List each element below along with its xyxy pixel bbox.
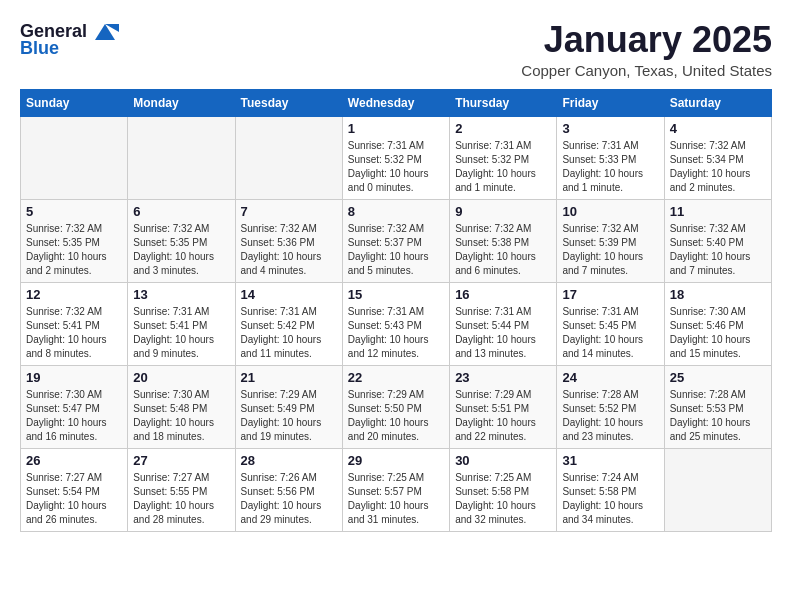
logo-icon: [91, 20, 119, 42]
weekday-header-row: Sunday Monday Tuesday Wednesday Thursday…: [21, 89, 772, 116]
day-info: Sunrise: 7:31 AM Sunset: 5:32 PM Dayligh…: [348, 139, 444, 195]
day-number: 5: [26, 204, 122, 219]
day-info: Sunrise: 7:29 AM Sunset: 5:50 PM Dayligh…: [348, 388, 444, 444]
calendar-cell: 31Sunrise: 7:24 AM Sunset: 5:58 PM Dayli…: [557, 448, 664, 531]
page-header: General Blue January 2025 Copper Canyon,…: [20, 20, 772, 79]
calendar-table: Sunday Monday Tuesday Wednesday Thursday…: [20, 89, 772, 532]
header-sunday: Sunday: [21, 89, 128, 116]
header-friday: Friday: [557, 89, 664, 116]
calendar-cell: [128, 116, 235, 199]
day-number: 26: [26, 453, 122, 468]
day-number: 30: [455, 453, 551, 468]
day-info: Sunrise: 7:31 AM Sunset: 5:41 PM Dayligh…: [133, 305, 229, 361]
calendar-cell: 14Sunrise: 7:31 AM Sunset: 5:42 PM Dayli…: [235, 282, 342, 365]
calendar-cell: 24Sunrise: 7:28 AM Sunset: 5:52 PM Dayli…: [557, 365, 664, 448]
day-number: 10: [562, 204, 658, 219]
day-info: Sunrise: 7:32 AM Sunset: 5:35 PM Dayligh…: [133, 222, 229, 278]
day-number: 16: [455, 287, 551, 302]
calendar-cell: 11Sunrise: 7:32 AM Sunset: 5:40 PM Dayli…: [664, 199, 771, 282]
calendar-cell: 19Sunrise: 7:30 AM Sunset: 5:47 PM Dayli…: [21, 365, 128, 448]
day-info: Sunrise: 7:31 AM Sunset: 5:42 PM Dayligh…: [241, 305, 337, 361]
day-number: 6: [133, 204, 229, 219]
day-info: Sunrise: 7:32 AM Sunset: 5:37 PM Dayligh…: [348, 222, 444, 278]
day-info: Sunrise: 7:29 AM Sunset: 5:51 PM Dayligh…: [455, 388, 551, 444]
day-info: Sunrise: 7:27 AM Sunset: 5:55 PM Dayligh…: [133, 471, 229, 527]
day-info: Sunrise: 7:31 AM Sunset: 5:43 PM Dayligh…: [348, 305, 444, 361]
day-number: 4: [670, 121, 766, 136]
header-saturday: Saturday: [664, 89, 771, 116]
calendar-cell: 5Sunrise: 7:32 AM Sunset: 5:35 PM Daylig…: [21, 199, 128, 282]
calendar-cell: 2Sunrise: 7:31 AM Sunset: 5:32 PM Daylig…: [450, 116, 557, 199]
day-number: 22: [348, 370, 444, 385]
day-info: Sunrise: 7:27 AM Sunset: 5:54 PM Dayligh…: [26, 471, 122, 527]
day-number: 17: [562, 287, 658, 302]
day-info: Sunrise: 7:32 AM Sunset: 5:38 PM Dayligh…: [455, 222, 551, 278]
calendar-cell: 30Sunrise: 7:25 AM Sunset: 5:58 PM Dayli…: [450, 448, 557, 531]
day-info: Sunrise: 7:28 AM Sunset: 5:53 PM Dayligh…: [670, 388, 766, 444]
header-monday: Monday: [128, 89, 235, 116]
day-number: 29: [348, 453, 444, 468]
day-number: 7: [241, 204, 337, 219]
day-number: 24: [562, 370, 658, 385]
day-info: Sunrise: 7:25 AM Sunset: 5:58 PM Dayligh…: [455, 471, 551, 527]
header-tuesday: Tuesday: [235, 89, 342, 116]
calendar-cell: [664, 448, 771, 531]
calendar-cell: 22Sunrise: 7:29 AM Sunset: 5:50 PM Dayli…: [342, 365, 449, 448]
day-info: Sunrise: 7:30 AM Sunset: 5:47 PM Dayligh…: [26, 388, 122, 444]
day-number: 8: [348, 204, 444, 219]
week-row-1: 1Sunrise: 7:31 AM Sunset: 5:32 PM Daylig…: [21, 116, 772, 199]
day-number: 23: [455, 370, 551, 385]
calendar-cell: 8Sunrise: 7:32 AM Sunset: 5:37 PM Daylig…: [342, 199, 449, 282]
day-number: 28: [241, 453, 337, 468]
calendar-cell: 28Sunrise: 7:26 AM Sunset: 5:56 PM Dayli…: [235, 448, 342, 531]
day-number: 31: [562, 453, 658, 468]
day-number: 11: [670, 204, 766, 219]
day-number: 14: [241, 287, 337, 302]
calendar-cell: 16Sunrise: 7:31 AM Sunset: 5:44 PM Dayli…: [450, 282, 557, 365]
calendar-cell: 17Sunrise: 7:31 AM Sunset: 5:45 PM Dayli…: [557, 282, 664, 365]
header-thursday: Thursday: [450, 89, 557, 116]
calendar-cell: 10Sunrise: 7:32 AM Sunset: 5:39 PM Dayli…: [557, 199, 664, 282]
day-info: Sunrise: 7:32 AM Sunset: 5:35 PM Dayligh…: [26, 222, 122, 278]
calendar-cell: [235, 116, 342, 199]
day-info: Sunrise: 7:31 AM Sunset: 5:33 PM Dayligh…: [562, 139, 658, 195]
day-info: Sunrise: 7:31 AM Sunset: 5:32 PM Dayligh…: [455, 139, 551, 195]
day-info: Sunrise: 7:31 AM Sunset: 5:44 PM Dayligh…: [455, 305, 551, 361]
calendar-title: January 2025: [521, 20, 772, 60]
day-info: Sunrise: 7:29 AM Sunset: 5:49 PM Dayligh…: [241, 388, 337, 444]
calendar-cell: 25Sunrise: 7:28 AM Sunset: 5:53 PM Dayli…: [664, 365, 771, 448]
calendar-cell: [21, 116, 128, 199]
week-row-5: 26Sunrise: 7:27 AM Sunset: 5:54 PM Dayli…: [21, 448, 772, 531]
day-number: 3: [562, 121, 658, 136]
calendar-cell: 1Sunrise: 7:31 AM Sunset: 5:32 PM Daylig…: [342, 116, 449, 199]
calendar-cell: 6Sunrise: 7:32 AM Sunset: 5:35 PM Daylig…: [128, 199, 235, 282]
day-number: 20: [133, 370, 229, 385]
header-wednesday: Wednesday: [342, 89, 449, 116]
day-info: Sunrise: 7:24 AM Sunset: 5:58 PM Dayligh…: [562, 471, 658, 527]
day-number: 13: [133, 287, 229, 302]
day-number: 21: [241, 370, 337, 385]
day-number: 15: [348, 287, 444, 302]
calendar-cell: 15Sunrise: 7:31 AM Sunset: 5:43 PM Dayli…: [342, 282, 449, 365]
logo-blue-text: Blue: [20, 38, 59, 59]
day-number: 19: [26, 370, 122, 385]
day-info: Sunrise: 7:32 AM Sunset: 5:40 PM Dayligh…: [670, 222, 766, 278]
day-info: Sunrise: 7:28 AM Sunset: 5:52 PM Dayligh…: [562, 388, 658, 444]
day-info: Sunrise: 7:32 AM Sunset: 5:36 PM Dayligh…: [241, 222, 337, 278]
day-info: Sunrise: 7:32 AM Sunset: 5:34 PM Dayligh…: [670, 139, 766, 195]
calendar-cell: 18Sunrise: 7:30 AM Sunset: 5:46 PM Dayli…: [664, 282, 771, 365]
calendar-cell: 20Sunrise: 7:30 AM Sunset: 5:48 PM Dayli…: [128, 365, 235, 448]
day-number: 25: [670, 370, 766, 385]
day-info: Sunrise: 7:26 AM Sunset: 5:56 PM Dayligh…: [241, 471, 337, 527]
day-number: 18: [670, 287, 766, 302]
calendar-cell: 12Sunrise: 7:32 AM Sunset: 5:41 PM Dayli…: [21, 282, 128, 365]
day-info: Sunrise: 7:32 AM Sunset: 5:41 PM Dayligh…: [26, 305, 122, 361]
day-number: 1: [348, 121, 444, 136]
day-number: 12: [26, 287, 122, 302]
logo: General Blue: [20, 20, 119, 59]
week-row-3: 12Sunrise: 7:32 AM Sunset: 5:41 PM Dayli…: [21, 282, 772, 365]
calendar-cell: 13Sunrise: 7:31 AM Sunset: 5:41 PM Dayli…: [128, 282, 235, 365]
calendar-cell: 3Sunrise: 7:31 AM Sunset: 5:33 PM Daylig…: [557, 116, 664, 199]
calendar-cell: 9Sunrise: 7:32 AM Sunset: 5:38 PM Daylig…: [450, 199, 557, 282]
day-number: 2: [455, 121, 551, 136]
